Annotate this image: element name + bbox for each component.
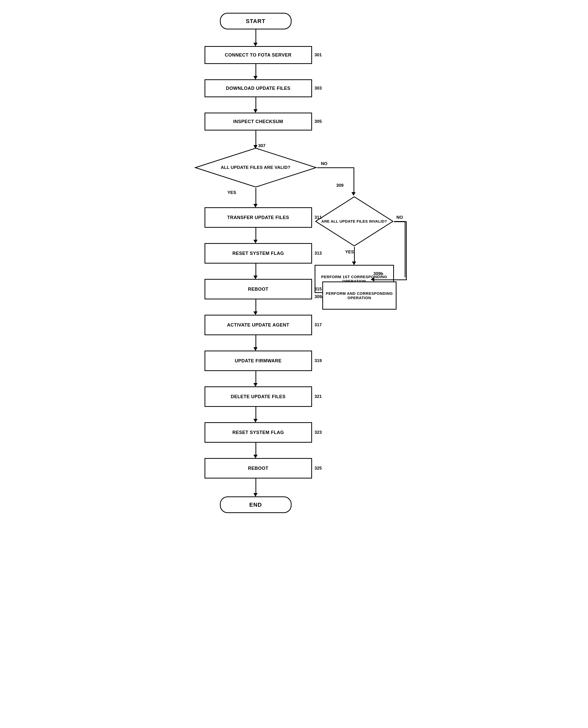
end-node: END (220, 496, 292, 513)
node-311: TRANSFER UPDATE FILES (205, 207, 312, 228)
flowchart-diagram: START CONNECT TO FOTA SERVER 301 DOWNLOA… (179, 5, 409, 696)
start-node: START (220, 13, 292, 29)
node-325: REBOOT (205, 458, 312, 478)
ref-325: 325 (315, 466, 322, 471)
node-307: ALL UPDATE FILES ARE VALID? (194, 147, 317, 188)
yes-label-309: YES (345, 250, 354, 255)
node-309: ARE ALL UPDATE FILES INVALID? (315, 196, 394, 247)
ref-301: 301 (315, 52, 322, 58)
ref-319: 319 (315, 358, 322, 363)
node-315: REBOOT (205, 279, 312, 299)
node-323: RESET SYSTEM FLAG (205, 422, 312, 443)
node-313: RESET SYSTEM FLAG (205, 243, 312, 263)
no-label-309: NO (397, 215, 403, 220)
ref-309b: 309b (374, 271, 383, 276)
yes-label-307: YES (228, 190, 236, 195)
ref-317: 317 (315, 322, 322, 327)
ref-303: 303 (315, 86, 322, 91)
no-label-307: NO (321, 161, 328, 166)
node-305: INSPECT CHECKSUM (205, 113, 312, 130)
node-321: DELETE UPDATE FILES (205, 386, 312, 407)
ref-321: 321 (315, 394, 322, 399)
node-309b: PERFORM AND CORRESPONDING OPERATION (322, 281, 397, 309)
ref-313: 313 (315, 251, 322, 256)
ref-309: 309 (336, 183, 343, 188)
node-303: DOWNLOAD UPDATE FILES (205, 79, 312, 97)
ref-305: 305 (315, 119, 322, 124)
ref-315: 315 (315, 286, 322, 292)
ref-323: 323 (315, 430, 322, 435)
node-319: UPDATE FIRMWARE (205, 350, 312, 371)
node-301: CONNECT TO FOTA SERVER (205, 46, 312, 64)
ref-311: 311 (315, 215, 322, 220)
node-317: ACTIVATE UPDATE AGENT (205, 315, 312, 335)
